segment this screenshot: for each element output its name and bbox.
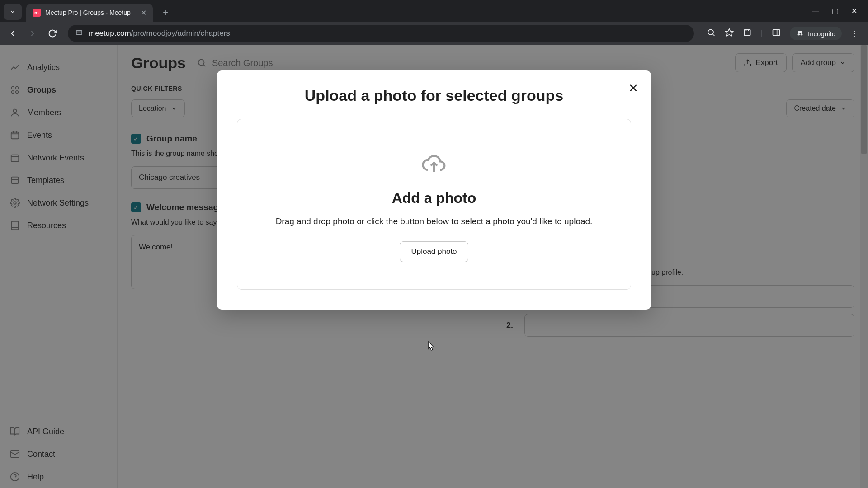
site-info-icon[interactable] [75,28,83,38]
svg-point-2 [708,29,713,35]
tab-title: Meetup Pro | Groups - Meetup [45,9,136,16]
close-window-icon[interactable]: ✕ [851,7,857,15]
upload-photo-modal: ✕ Upload a photo for selected groups Add… [217,70,651,310]
dropzone-title: Add a photo [255,190,613,206]
browser-toolbar: meetup.com/pro/moodjoy/admin/chapters | … [0,22,868,45]
tab-close-icon[interactable]: ✕ [141,9,146,17]
forward-button[interactable] [24,25,41,42]
extensions-icon[interactable] [743,28,752,39]
new-tab-button[interactable]: + [158,5,173,20]
dropzone[interactable]: Add a photo Drag and drop photo or click… [237,119,631,290]
browser-tab[interactable]: m Meetup Pro | Groups - Meetup ✕ [26,4,153,22]
zoom-search-icon[interactable] [707,28,716,39]
modal-close-button[interactable]: ✕ [628,81,638,95]
favicon-icon: m [33,9,41,17]
svg-rect-6 [773,29,780,35]
dropzone-desc: Drag and drop photo or click the button … [258,215,610,228]
minimize-icon[interactable]: — [812,7,819,15]
tab-search-button[interactable] [4,4,22,20]
modal-overlay: ✕ Upload a photo for selected groups Add… [0,45,868,488]
maximize-icon[interactable]: ▢ [832,7,839,15]
reload-button[interactable] [44,25,61,42]
svg-rect-0 [76,31,82,35]
browser-menu-icon[interactable]: ⋮ [851,29,858,38]
svg-rect-5 [744,29,750,35]
side-panel-icon[interactable] [772,28,781,39]
upload-photo-button[interactable]: Upload photo [400,241,468,262]
window-controls: — ▢ ✕ [812,0,868,22]
cloud-upload-icon [421,151,447,176]
tab-strip: m Meetup Pro | Groups - Meetup ✕ + — ▢ ✕ [0,0,868,22]
address-bar[interactable]: meetup.com/pro/moodjoy/admin/chapters [68,25,694,42]
incognito-icon [796,29,804,38]
incognito-badge[interactable]: Incognito [790,27,842,40]
svg-line-3 [713,34,715,36]
svg-point-9 [801,33,803,36]
bookmark-icon[interactable] [725,28,734,39]
svg-point-8 [798,33,800,36]
svg-marker-4 [726,29,733,36]
url-text: meetup.com/pro/moodjoy/admin/chapters [89,29,230,38]
modal-title: Upload a photo for selected groups [237,87,631,104]
back-button[interactable] [5,25,21,42]
